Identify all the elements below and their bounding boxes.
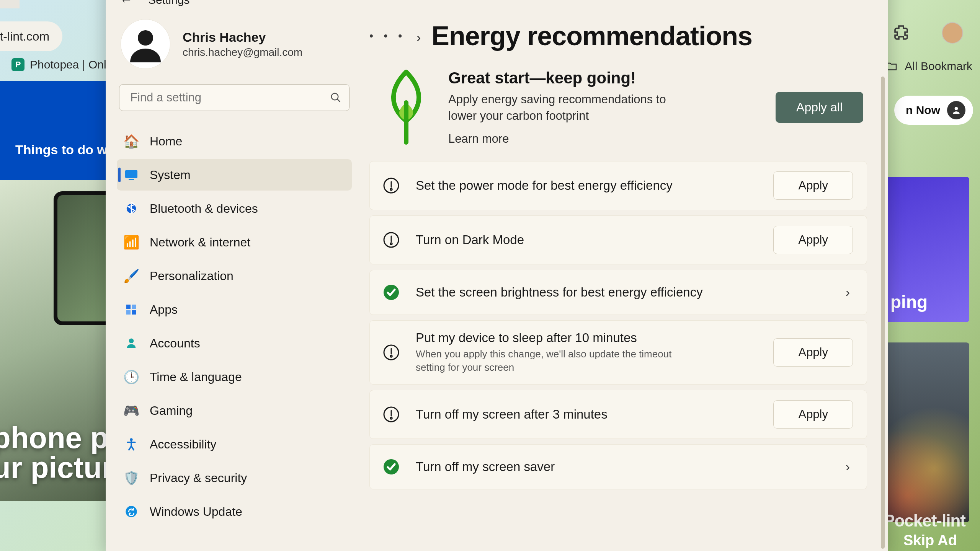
new-tab-button[interactable]: + — [0, 0, 20, 8]
sidebar-item-label: Accessibility — [150, 437, 216, 452]
breadcrumb: • • • › Energy recommendations — [369, 21, 867, 51]
sidebar-item-label: Network & internet — [150, 235, 250, 249]
content-pane: • • • › Energy recommendations Great sta… — [363, 8, 888, 551]
svg-line-3 — [337, 99, 340, 102]
search-input[interactable] — [130, 91, 330, 104]
check-icon — [383, 458, 400, 475]
apply-button[interactable]: Apply — [773, 400, 853, 429]
sidebar-item-system[interactable]: System — [117, 159, 352, 191]
join-now-pill[interactable]: n Now — [894, 96, 973, 125]
recommendation-title: Turn off my screen after 3 minutes — [416, 407, 757, 422]
recommendation-row: Set the power mode for best energy effic… — [369, 161, 867, 210]
bookmark-label: All Bookmark — [905, 60, 972, 73]
window-title: Settings — [148, 0, 189, 7]
chevron-right-icon: › — [416, 28, 421, 45]
apply-button[interactable]: Apply — [773, 171, 853, 200]
address-bar-fragment[interactable]: pocket-lint.com — [0, 21, 62, 51]
page-title: Energy recommendations — [431, 21, 752, 51]
sidebar-item-home[interactable]: 🏠Home — [117, 126, 352, 157]
titlebar: ← Settings — [106, 0, 888, 8]
recommendation-list: Set the power mode for best energy effic… — [369, 161, 867, 489]
extensions-icon[interactable] — [892, 24, 910, 42]
sidebar-thumb-b[interactable] — [881, 342, 969, 522]
promo-banner: Great start—keep going! Apply energy sav… — [369, 59, 867, 160]
sidebar-item-accessibility[interactable]: Accessibility — [117, 429, 352, 460]
svg-point-12 — [130, 438, 132, 441]
svg-rect-4 — [125, 170, 137, 178]
breadcrumb-ellipsis[interactable]: • • • — [369, 30, 406, 42]
search-box[interactable] — [119, 84, 350, 111]
bookmark-all[interactable]: All Bookmark — [885, 60, 972, 73]
sidebar-item-bluetooth[interactable]: Bluetooth & devices — [117, 193, 352, 224]
sidebar-item-accounts[interactable]: Accounts — [117, 328, 352, 359]
profile-block[interactable]: Chris Hachey chris.hachey@gmail.com — [117, 15, 352, 82]
chrome-profile-avatar[interactable] — [942, 22, 963, 44]
svg-point-17 — [390, 189, 392, 190]
privacy-icon: 🛡️ — [124, 471, 138, 485]
svg-point-0 — [955, 107, 958, 110]
nav: 🏠HomeSystemBluetooth & devices📶Network &… — [117, 126, 352, 527]
gaming-icon: 🎮 — [124, 404, 138, 417]
check-icon — [383, 284, 400, 301]
accessibility-icon — [124, 437, 138, 451]
sidebar-item-update[interactable]: Windows Update — [117, 496, 352, 527]
sidebar-thumb-a[interactable]: ping — [881, 177, 969, 322]
svg-point-20 — [390, 243, 392, 245]
promo-heading: Great start—keep going! — [448, 69, 674, 87]
update-icon — [124, 505, 138, 518]
learn-more-link[interactable]: Learn more — [448, 132, 509, 146]
bookmark-label: Photopea | Onli — [30, 58, 109, 71]
personalization-icon: 🖌️ — [124, 269, 138, 283]
home-icon: 🏠 — [124, 134, 138, 148]
sidebar-item-label: Time & language — [150, 370, 242, 384]
user-email: chris.hachey@gmail.com — [183, 46, 302, 59]
sidebar-item-label: Accounts — [150, 336, 200, 350]
sidebar-item-time[interactable]: 🕒Time & language — [117, 361, 352, 393]
accounts-icon — [124, 336, 138, 350]
svg-rect-10 — [132, 310, 136, 315]
search-icon — [330, 92, 341, 103]
svg-point-11 — [129, 339, 134, 344]
svg-rect-8 — [132, 305, 136, 309]
scrollbar[interactable] — [881, 77, 885, 549]
bookmark-photopea[interactable]: P Photopea | Onli — [11, 58, 109, 71]
avatar — [121, 19, 170, 69]
sidebar-item-network[interactable]: 📶Network & internet — [117, 227, 352, 258]
recommendation-title: Put my device to sleep after 10 minutes — [416, 331, 757, 345]
leaf-icon — [383, 69, 429, 145]
chevron-right-icon[interactable]: › — [843, 459, 853, 474]
info-icon — [383, 406, 400, 423]
recommendation-title: Turn off my screen saver — [416, 460, 826, 474]
sidebar-item-personalization[interactable]: 🖌️Personalization — [117, 260, 352, 292]
sidebar-item-apps[interactable]: Apps — [117, 294, 352, 325]
apply-all-button[interactable]: Apply all — [776, 92, 863, 123]
recommendation-title: Turn on Dark Mode — [416, 233, 757, 247]
svg-point-1 — [138, 30, 153, 46]
svg-rect-7 — [126, 305, 131, 309]
recommendation-row: Turn off my screen after 3 minutesApply — [369, 390, 867, 439]
user-name: Chris Hachey — [183, 30, 302, 45]
info-icon — [383, 231, 400, 248]
browser-tab-strip: get, an × + — [0, 0, 20, 8]
svg-rect-5 — [129, 179, 134, 180]
skip-ad-button[interactable]: Skip Ad — [903, 532, 957, 549]
apply-button[interactable]: Apply — [773, 226, 853, 254]
sidebar-item-label: Windows Update — [150, 505, 242, 519]
svg-point-2 — [332, 93, 338, 100]
photopea-favicon: P — [11, 58, 24, 71]
thumb-caption: ping — [890, 292, 928, 312]
svg-point-27 — [390, 417, 392, 419]
recommendation-title: Set the screen brightness for best energ… — [416, 285, 826, 300]
sidebar-item-label: Personalization — [150, 269, 234, 283]
sidebar-item-label: Bluetooth & devices — [150, 202, 258, 216]
pill-label: n Now — [906, 104, 940, 117]
sidebar-item-gaming[interactable]: 🎮Gaming — [117, 395, 352, 426]
sidebar-item-privacy[interactable]: 🛡️Privacy & security — [117, 462, 352, 494]
recommendation-row[interactable]: Set the screen brightness for best energ… — [369, 270, 867, 315]
watermark: Pocket-lint — [884, 511, 965, 530]
apply-button[interactable]: Apply — [773, 338, 853, 367]
back-button[interactable]: ← — [120, 0, 133, 8]
recommendation-row[interactable]: Turn off my screen saver› — [369, 444, 867, 489]
chevron-right-icon[interactable]: › — [843, 285, 853, 300]
sidebar: Chris Hachey chris.hachey@gmail.com 🏠Hom… — [106, 8, 363, 551]
